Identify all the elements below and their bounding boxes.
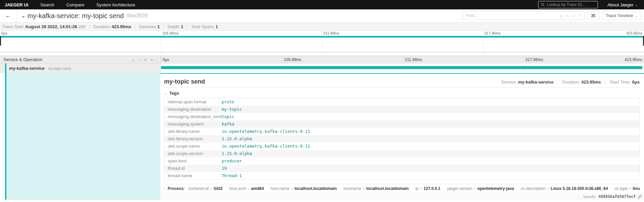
tag-value: Thread-1 [222,172,639,180]
tag-key: otel.library.name [164,128,222,135]
tag-row: span.kindproducer [164,157,640,165]
process-key: os.type [614,186,628,191]
minimap-gridline [483,36,483,52]
process-key: host.arch [229,186,246,191]
clear-find-icon[interactable]: × [579,13,581,18]
back-button[interactable]: ← [0,9,16,22]
trace-view-selector[interactable]: Trace Timeline ⌄ [602,11,641,20]
tag-value: proto [222,98,639,106]
span-service-name: my-kafka-service [9,66,45,71]
minimap-tick: 0μs [1,31,7,35]
tag-value: 1.15.0-alpha [222,150,639,157]
chevron-down-icon: ⌄ [635,3,638,7]
nav-item-compare[interactable]: Compare [60,2,90,7]
app-logo[interactable]: JAEGER UI [0,2,34,7]
chevron-right-icon: › [164,187,165,191]
tag-row: otel.scope.nameio.opentelemetry.kafka-cl… [164,143,640,150]
nav-item-search[interactable]: Search [34,2,60,7]
detail-divider [164,87,640,88]
divider [558,80,558,84]
duration-label: Duration: [562,80,580,85]
timeline-tick: 317.96ms [525,57,543,62]
find-input[interactable] [462,13,559,18]
span-id-strip: SpanID: 498856af6507fecf [160,193,644,201]
depth-label: Depth [168,24,179,29]
minimap-gridline [322,36,322,52]
process-value: amd64 [251,186,264,191]
process-item: hostname=localhost.localdomain [344,186,409,191]
tag-value: my-topic [222,106,639,113]
process-key: hostname [344,186,361,191]
about-jaeger-menu[interactable]: About Jaeger ⌄ [607,2,644,7]
expand-one-icon[interactable]: › [139,57,140,62]
tag-value: topic [222,113,639,120]
tags-section-toggle[interactable]: ⌄ Tags [164,91,640,96]
divider [135,24,135,29]
span-row-timeline-cell[interactable] [160,63,644,73]
trace-minimap[interactable] [0,36,644,52]
divider [164,24,164,29]
keyboard-shortcuts-button[interactable]: ⌘ [587,11,599,20]
tag-key: span.kind [164,157,222,165]
trace-id-lookup-input[interactable] [547,2,595,7]
tag-key: otel.library.version [164,135,222,143]
process-label: Process: [168,186,185,191]
minimap-left-scrubber[interactable] [0,36,1,46]
column-resizer-handle[interactable]: ❘❘ [153,59,158,62]
duration-label: Duration [93,24,110,29]
start-time-value: 0μs [632,80,640,85]
tag-row: otel.scope.version1.15.0-alpha [164,150,640,157]
tag-key: thread.id [164,165,222,172]
tag-value: kafka [222,120,639,128]
find-box[interactable]: ◎ ∧ ∨ × [462,11,585,20]
timeline-tick: 423.95ms [625,57,642,62]
trace-collapse-chevron-icon[interactable]: ⌄ [21,13,26,19]
process-item: container.id=5422 [188,186,223,191]
tags-table: internal.span.formatproto messaging.dest… [164,98,640,180]
minimap-tick: 105.99ms [162,31,178,35]
process-key: host.name [271,186,289,191]
focus-match-icon[interactable]: ◎ [559,13,563,18]
total-spans-label: Total Spans [191,24,214,29]
minimap-tick: 317.96ms [484,31,500,35]
trace-view-label: Trace Timeline [606,13,633,18]
process-key: container.id [188,186,208,191]
next-match-icon[interactable]: ∨ [572,13,575,18]
search-icon [541,3,545,7]
minimap-span-bar [0,36,644,38]
equals: = [547,186,549,191]
collapse-one-icon[interactable]: ⌄ [132,57,135,62]
trace-id-lookup-box[interactable] [538,1,598,8]
span-row-name-cell[interactable]: my-kafka-service my-topic send [0,63,160,73]
process-key: ip [415,186,418,191]
link-icon[interactable] [638,195,642,199]
process-value: linux [633,186,640,191]
prev-match-icon[interactable]: ∧ [566,13,569,18]
process-value: localhost.localdomain [294,186,337,191]
tag-row: messaging.destinationmy-topic [164,106,640,113]
process-value: localhost.localdomain [366,186,409,191]
process-item: os.description=Linux 5.18.18-200.fc36.x8… [521,186,608,191]
process-row[interactable]: › Process: container.id=5422 host.arch=a… [164,184,640,193]
trace-title: my-kafka-service: my-topic send [28,12,124,20]
trace-id-short: 9be3928 [127,13,148,19]
service-operation-header: Service & Operation ⌄ › » » ❘❘ [0,56,160,63]
span-duration-bar[interactable] [161,66,642,69]
chevron-down-icon: ⌄ [635,14,638,17]
tag-value: 19 [222,165,639,172]
expand-all-icon[interactable]: » [151,57,153,62]
trace-start-fraction: .280 [77,24,85,29]
process-item: host.name=localhost.localdomain [271,186,337,191]
trace-header-controls: ◎ ∧ ∨ × ⌘ Trace Timeline ⌄ [462,11,641,20]
span-id-value: 498856af6507fecf [598,194,636,199]
equals: = [629,186,631,191]
process-value: opentelemetry-java [477,186,514,191]
top-navbar: JAEGER UI Search Compare System Architec… [0,0,644,9]
collapse-all-icon[interactable]: » [143,58,148,61]
span-operation-name: my-topic send [48,66,71,70]
process-value: 5422 [214,186,223,191]
total-spans-value: 1 [215,24,218,29]
nav-item-system-architecture[interactable]: System Architecture [90,2,142,7]
duration-value: 423.95ms [112,24,131,29]
trace-summary-bar: Trace Start August 28 2022, 14:01:26 .28… [0,22,644,31]
